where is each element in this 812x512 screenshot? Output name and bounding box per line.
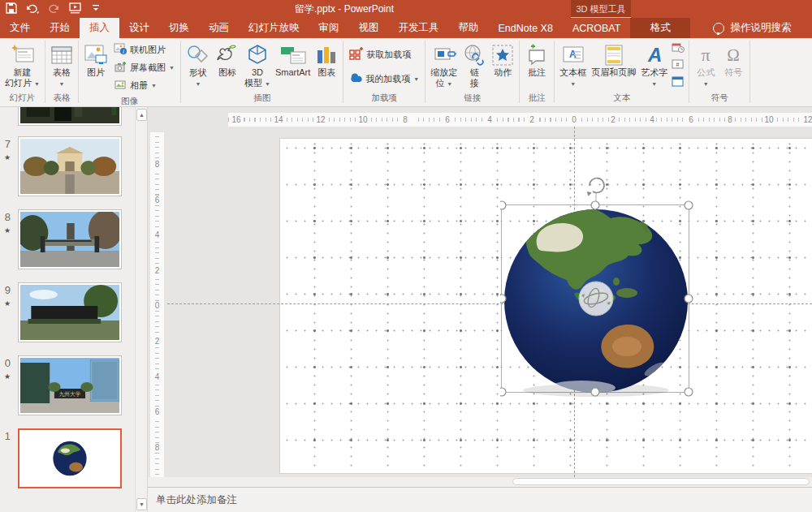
tab-动画[interactable]: 动画 (199, 18, 239, 38)
button-文本框[interactable]: A文本框▼ (557, 41, 589, 90)
ruler-tick-label: 12 (801, 114, 812, 125)
group-name: 图像 (79, 94, 180, 107)
button-缩放定位[interactable]: 缩放定位 ▼ (428, 41, 460, 90)
smartart-icon (279, 43, 307, 67)
button-label: 获取加载项 (366, 49, 411, 61)
button-相册[interactable]: 相册 ▼ (110, 77, 178, 94)
ruler-tick-label: 4 (150, 230, 164, 240)
tab-EndNote X8[interactable]: EndNote X8 (489, 18, 563, 38)
button-链接[interactable]: 链接 (460, 41, 489, 89)
button-获取加载项[interactable]: 获取加载项 (346, 44, 422, 65)
undo-icon[interactable] (26, 2, 39, 15)
button-图片[interactable]: 图片 (81, 41, 110, 79)
tab-格式[interactable]: 格式 (630, 18, 690, 38)
animation-star-icon: ★ (0, 372, 11, 381)
ruler-tick-label: 4 (648, 114, 656, 125)
button-动作[interactable]: 动作 (489, 41, 516, 79)
button-艺术字[interactable]: A艺术字▼ (638, 41, 670, 90)
date-time-button[interactable] (670, 42, 686, 57)
button-图标[interactable]: 图标 (213, 41, 242, 79)
button-label: 图标 (218, 67, 236, 78)
ruler-tick-label: 2 (528, 114, 536, 125)
shapes-icon (186, 43, 210, 67)
ruler-tick-label: 0 (150, 301, 164, 311)
tab-切换[interactable]: 切换 (159, 18, 199, 38)
group-name: 批注 (520, 91, 554, 106)
header-footer-icon (603, 43, 625, 67)
horizontal-scrollbar[interactable] (148, 477, 812, 487)
ribbon: 新建幻灯片 ▼幻灯片表格▼表格图片i联机图片屏幕截图 ▼相册 ▼图像形状▼图标3… (0, 38, 812, 107)
3d-rotate-gizmo-icon (579, 282, 613, 316)
slide-thumbnail[interactable] (18, 209, 122, 269)
ruler-tick-label: 14 (272, 114, 284, 125)
slide-thumbnail[interactable] (18, 282, 122, 342)
animation-star-icon: ★ (0, 226, 11, 234)
button-label: 批注 (528, 67, 546, 78)
object-icon (672, 76, 685, 91)
tab-开发工具[interactable]: 开发工具 (389, 18, 449, 38)
dropdown-arrow-icon: ▼ (169, 65, 175, 71)
thumbnail-scrollbar[interactable]: ▲ ▼ (135, 107, 147, 512)
scroll-down-button[interactable]: ▼ (136, 498, 147, 510)
save-icon[interactable] (5, 2, 18, 15)
slide-number-button[interactable]: # (670, 59, 686, 74)
button-3D模型[interactable]: 3D模型 ▼ (242, 41, 273, 90)
horizontal-guide[interactable] (167, 303, 812, 304)
slideshow-icon[interactable] (68, 2, 81, 15)
svg-text:π: π (702, 45, 710, 65)
icons-icon (215, 43, 240, 67)
ribbon-group-符号: π公式▼Ω符号符号 (689, 38, 749, 106)
tab-幻灯片放映[interactable]: 幻灯片放映 (239, 18, 309, 38)
window-title: 留学.pptx - PowerPoint (295, 2, 394, 16)
ribbon-group-文本: A文本框▼页眉和页脚A艺术字▼#文本 (555, 38, 689, 106)
button-表格[interactable]: 表格▼ (48, 41, 76, 90)
tab-帮助[interactable]: 帮助 (449, 18, 489, 38)
tab-设计[interactable]: 设计 (119, 18, 159, 38)
ruler-tick-label: 2 (150, 337, 164, 346)
notes-pane[interactable]: 单击此处添加备注 (148, 487, 812, 512)
button-形状[interactable]: 形状▼ (184, 41, 213, 90)
ruler-tick-label: 10 (356, 114, 369, 125)
ribbon-group-链接: 缩放定位 ▼链接动作链接 (425, 38, 519, 106)
button-label: 相册 (130, 80, 148, 92)
button-屏幕截图[interactable]: 屏幕截图 ▼ (110, 59, 178, 76)
dropdown-arrow-icon: ▼ (703, 81, 709, 87)
horizontal-scrollbar-thumb[interactable] (512, 478, 810, 485)
ruler-tick-label: 4 (486, 114, 494, 125)
button-SmartArt[interactable]: SmartArt (273, 41, 313, 79)
button-label: 联机图片 (130, 44, 166, 56)
tell-me-search[interactable]: 操作说明搜索 (713, 18, 791, 38)
tab-ACROBAT[interactable]: ACROBAT (563, 18, 631, 38)
ribbon-group-幻灯片: 新建幻灯片 ▼幻灯片 (0, 38, 45, 106)
scroll-up-button[interactable]: ▲ (136, 109, 147, 121)
ribbon-group-批注: 批注批注 (520, 38, 554, 106)
selected-3d-model-earth[interactable] (500, 174, 703, 407)
3d-model-icon (245, 43, 270, 67)
tab-审阅[interactable]: 审阅 (309, 18, 349, 38)
slide-thumbnail[interactable] (18, 107, 122, 126)
dropdown-arrow-icon: ▼ (195, 81, 201, 87)
tab-视图[interactable]: 视图 (349, 18, 389, 38)
redo-icon[interactable] (47, 2, 60, 15)
slide-thumbnail[interactable] (18, 428, 122, 488)
slide-thumbnail[interactable] (18, 136, 122, 196)
tab-开始[interactable]: 开始 (40, 18, 80, 38)
button-页眉和页脚[interactable]: 页眉和页脚 (589, 41, 638, 79)
zoom-link-icon (432, 43, 456, 67)
button-label: 页眉和页脚 (591, 67, 636, 78)
tab-插入[interactable]: 插入 (80, 18, 119, 38)
button-新建幻灯片[interactable]: 新建幻灯片 ▼ (2, 41, 42, 90)
qat-customize-icon[interactable] (89, 2, 102, 15)
slide-thumbnail[interactable]: 九州大学 (18, 355, 122, 415)
button-联机图片[interactable]: i联机图片 (110, 41, 178, 58)
dropdown-arrow-icon: ▼ (34, 81, 40, 87)
my-addins-icon (349, 72, 362, 86)
ruler-tick-label: 2 (609, 114, 617, 125)
button-我的加载项[interactable]: 我的加载项 ▼ (346, 68, 422, 89)
button-图表[interactable]: 图表 (313, 41, 340, 79)
tab-文件[interactable]: 文件 (0, 18, 40, 38)
object-button[interactable] (670, 76, 686, 91)
button-label: 图片 (87, 67, 105, 78)
slide-editing-area: 161412108642024681012 864202468 单击此处添加备注 (147, 107, 812, 512)
button-批注[interactable]: 批注 (522, 41, 551, 79)
